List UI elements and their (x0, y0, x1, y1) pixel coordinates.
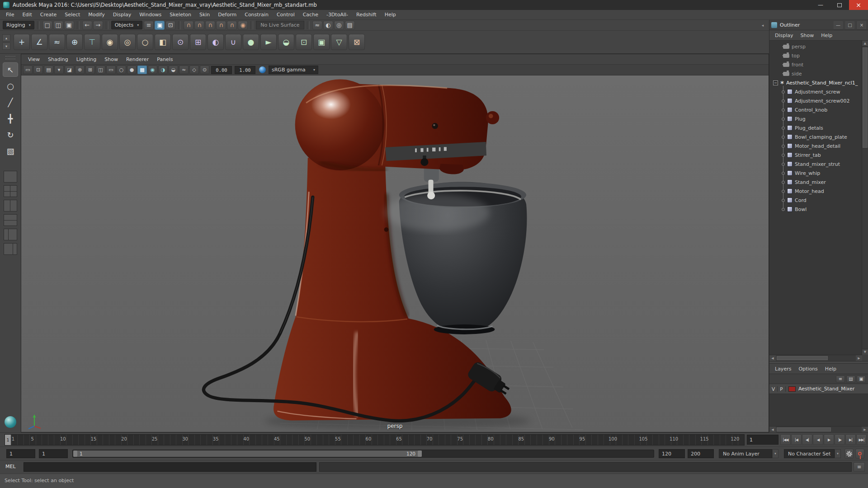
orient-constraint-icon[interactable]: ◒ (278, 34, 294, 50)
command-results-field[interactable] (319, 462, 852, 472)
step-back-one-frame-button[interactable]: |◀ (791, 434, 802, 445)
snap-to-point-icon[interactable]: ∩ (205, 21, 215, 30)
maximize-button[interactable] (830, 0, 849, 10)
outliner-maximize-button[interactable]: □ (845, 21, 854, 29)
select-tool-button[interactable]: ↖ (3, 62, 18, 77)
lasso-tool-button[interactable]: ○ (3, 79, 18, 93)
live-surface-field[interactable]: No Live Surface (256, 21, 304, 29)
parent-constraint-icon[interactable]: ⊡ (296, 34, 312, 50)
select-by-component-icon[interactable]: ⊡ (165, 21, 175, 30)
outliner-tree[interactable]: persp top front side − (769, 41, 862, 355)
outliner-mesh-row[interactable]: Plug_detals (769, 123, 862, 132)
layer-color-swatch[interactable] (788, 386, 796, 392)
main-menu-item[interactable]: Help (381, 11, 400, 19)
outliner-mesh-row[interactable]: Motor_head (769, 187, 862, 196)
textured-icon[interactable]: ▩ (137, 66, 147, 74)
shelf-tab-up-button[interactable]: ▴ (2, 34, 10, 42)
main-menu-item[interactable]: -3DtoAll- (322, 11, 352, 19)
main-menu-item[interactable]: Display (109, 11, 136, 19)
undo-icon[interactable]: ← (82, 21, 92, 30)
step-forward-one-frame-button[interactable]: ▶| (845, 434, 856, 445)
smooth-bind-icon[interactable]: ◉ (102, 34, 118, 50)
joint-tool-icon[interactable]: + (14, 34, 30, 50)
snap-to-view-plane-icon[interactable]: ∩ (227, 21, 237, 30)
exposure-field[interactable] (211, 66, 232, 74)
film-gate-icon[interactable]: ◫ (96, 66, 105, 74)
main-menu-item[interactable]: Create (36, 11, 61, 19)
outliner-camera-row[interactable]: side (769, 69, 862, 78)
wireframe-icon[interactable]: ○ (117, 66, 126, 74)
screen-space-ao-icon[interactable]: ◒ (169, 66, 178, 74)
point-constraint-icon[interactable]: ● (243, 34, 259, 50)
bookmark-icon[interactable]: ▾ (54, 66, 64, 74)
rotate-tool-button[interactable]: ↻ (3, 127, 18, 142)
camera-lock-icon[interactable]: ⊡ (33, 66, 43, 74)
layout-single-pane-button[interactable] (4, 171, 17, 183)
camera-attributes-icon[interactable]: ▤ (44, 66, 53, 74)
outliner-menu-item[interactable]: Help (817, 32, 836, 39)
render-current-frame-icon[interactable]: ◐ (323, 21, 333, 30)
layout-outliner-persp-button[interactable] (4, 229, 17, 240)
main-menu-item[interactable]: Windows (135, 11, 165, 19)
current-frame-marker[interactable]: 1 (5, 435, 11, 445)
toolbar-separator[interactable] (77, 21, 80, 29)
create-empty-layer-icon[interactable]: ▤ (846, 375, 855, 383)
gamma-field[interactable] (235, 66, 255, 74)
ik-handle-tool-icon[interactable]: ∠ (31, 34, 47, 50)
selection-mask-dropdown[interactable]: Objects ▾ (111, 21, 143, 29)
toolbar-separator[interactable] (37, 21, 40, 29)
play-forwards-button[interactable]: ▶ (824, 434, 834, 445)
wrap-deformer-icon[interactable]: ∪ (225, 34, 241, 50)
scrollbar-thumb[interactable] (777, 356, 828, 360)
main-menu-item[interactable]: Cache (299, 11, 322, 19)
outliner-camera-row[interactable]: top (769, 51, 862, 60)
motion-blur-icon[interactable]: ≈ (179, 66, 189, 74)
main-menu-item[interactable]: Select (61, 11, 84, 19)
main-menu-item[interactable]: File (2, 11, 18, 19)
snap-to-grid-icon[interactable]: ∩ (184, 21, 193, 30)
outliner-mesh-row[interactable]: Motor_head_detail (769, 141, 862, 150)
layout-persp-graph-button[interactable] (4, 243, 17, 255)
animation-end-field[interactable] (688, 449, 714, 458)
isolate-select-icon[interactable]: ⊙ (200, 66, 209, 74)
scroll-right-icon[interactable]: ▶ (856, 355, 862, 361)
redo-icon[interactable]: → (93, 21, 103, 30)
go-to-start-button[interactable]: |◀◀ (780, 434, 791, 445)
lattice-deformer-icon[interactable]: ⊞ (190, 34, 206, 50)
outliner-titlebar[interactable]: Outliner — □ × (769, 20, 868, 30)
scroll-right-icon[interactable]: ▶ (862, 427, 868, 432)
outliner-horizontal-scrollbar[interactable]: ◀ ▶ (769, 355, 862, 361)
select-by-object-icon[interactable]: ▣ (155, 21, 165, 30)
main-menu-item[interactable]: Skin (195, 11, 214, 19)
set-driven-key-icon[interactable]: ⊠ (349, 34, 365, 50)
panel-menu-item[interactable]: Panels (153, 56, 177, 63)
toolbar-separator[interactable] (178, 21, 181, 29)
cluster-deformer-icon[interactable]: ⊙ (172, 34, 189, 50)
outliner-camera-row[interactable]: front (769, 60, 862, 69)
step-forward-one-key-button[interactable]: |▶ (835, 434, 845, 445)
maya-sphere-icon[interactable] (5, 416, 16, 428)
layout-two-pane-stacked-button[interactable] (4, 214, 17, 226)
scrollbar-thumb[interactable] (863, 47, 868, 148)
layer-visibility-toggle[interactable]: V (769, 386, 778, 392)
outliner-mesh-row[interactable]: Plug (769, 114, 862, 123)
go-to-end-button[interactable]: ▶▶| (856, 434, 867, 445)
outliner-camera-row[interactable]: persp (769, 42, 862, 51)
outliner-minimize-button[interactable]: — (834, 21, 843, 29)
save-scene-icon[interactable]: ▣ (64, 21, 74, 30)
main-menu-item[interactable]: Deform (214, 11, 241, 19)
animation-start-field[interactable] (6, 449, 35, 458)
outliner-mesh-row[interactable]: Adjustment_screw (769, 87, 862, 96)
toolbar-separator[interactable] (106, 21, 108, 29)
blend-shape-icon[interactable]: ◐ (208, 34, 224, 50)
playback-start-field[interactable] (39, 449, 68, 458)
close-button[interactable]: × (849, 0, 868, 10)
pole-vector-constraint-icon[interactable]: ▽ (331, 34, 347, 50)
animation-preferences-icon[interactable] (844, 449, 854, 459)
outliner-close-button[interactable]: × (857, 21, 866, 29)
main-menu-item[interactable]: Control (273, 11, 299, 19)
scale-constraint-icon[interactable]: ▣ (313, 34, 330, 50)
toolbox-drag-grip[interactable] (5, 56, 15, 59)
scroll-down-icon[interactable]: ▼ (862, 349, 868, 355)
snap-to-curve-icon[interactable]: ∩ (194, 21, 204, 30)
